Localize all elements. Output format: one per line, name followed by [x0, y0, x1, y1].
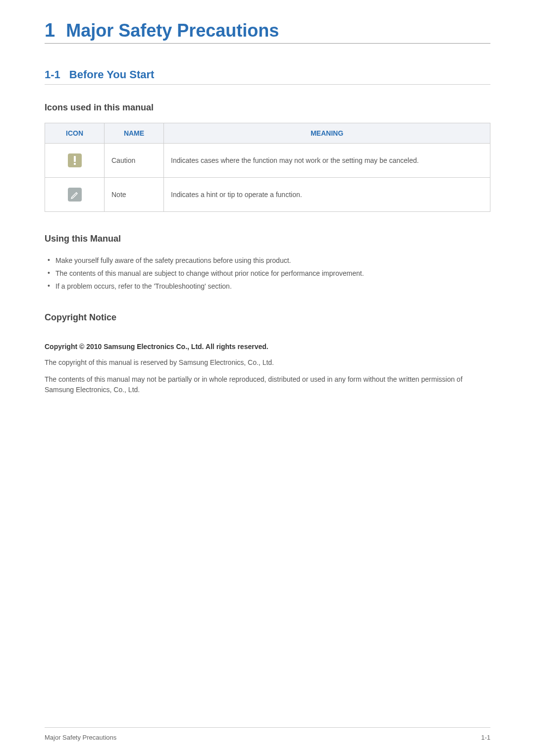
page-footer: Major Safety Precautions 1-1 [45, 727, 490, 741]
svg-rect-0 [74, 156, 76, 162]
table-row: Caution Indicates cases where the functi… [45, 144, 490, 178]
th-meaning: MEANING [164, 123, 490, 144]
name-cell: Note [105, 178, 164, 212]
meaning-cell: Indicates a hint or tip to operate a fun… [164, 178, 490, 212]
using-bullet-list: Make yourself fully aware of the safety … [45, 254, 490, 293]
note-icon [68, 188, 82, 202]
copyright-subheading: Copyright Notice [45, 312, 490, 323]
chapter-title-text: Major Safety Precautions [66, 20, 279, 41]
copyright-bold-line: Copyright © 2010 Samsung Electronics Co.… [45, 343, 490, 351]
spacer [45, 333, 490, 343]
copyright-paragraph: The copyright of this manual is reserved… [45, 357, 490, 367]
copyright-paragraph: The contents of this manual may not be p… [45, 374, 490, 395]
table-header-row: ICON NAME MEANING [45, 123, 490, 144]
document-page: 1 Major Safety Precautions 1-1 Before Yo… [0, 0, 535, 756]
icons-subheading: Icons used in this manual [45, 102, 490, 113]
list-item: If a problem occurs, refer to the 'Troub… [45, 280, 490, 293]
name-cell: Caution [105, 144, 164, 178]
th-name: NAME [105, 123, 164, 144]
icons-table: ICON NAME MEANING Caution Indicates case… [45, 123, 490, 212]
icon-cell-note [45, 178, 105, 212]
section-number: 1-1 [45, 68, 60, 81]
using-subheading: Using this Manual [45, 234, 490, 244]
icon-cell-caution [45, 144, 105, 178]
svg-rect-1 [74, 163, 76, 165]
caution-icon [68, 153, 82, 167]
section-title-text: Before You Start [69, 68, 155, 81]
chapter-title: 1 Major Safety Precautions [45, 20, 490, 44]
table-row: Note Indicates a hint or tip to operate … [45, 178, 490, 212]
chapter-number: 1 [45, 20, 55, 41]
footer-right: 1-1 [481, 734, 490, 741]
th-icon: ICON [45, 123, 105, 144]
section-title: 1-1 Before You Start [45, 68, 490, 85]
meaning-cell: Indicates cases where the function may n… [164, 144, 490, 178]
list-item: The contents of this manual are subject … [45, 267, 490, 280]
list-item: Make yourself fully aware of the safety … [45, 254, 490, 267]
footer-left: Major Safety Precautions [45, 734, 116, 741]
